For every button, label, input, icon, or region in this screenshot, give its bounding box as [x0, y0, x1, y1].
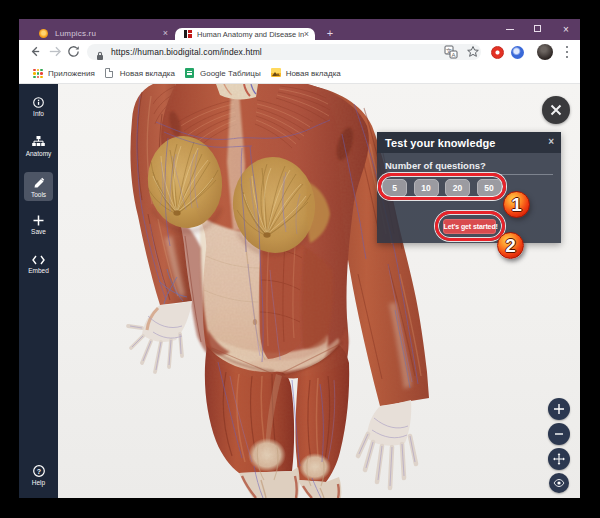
quiz-question-label: Number of questions?: [385, 160, 486, 171]
quiz-panel-header: Test your knowledge ×: [377, 132, 561, 153]
bookmark-label: Google Таблицы: [200, 69, 261, 78]
sidebar-item-help[interactable]: ? Help: [19, 465, 58, 486]
tab-close-icon[interactable]: ×: [304, 30, 309, 39]
lumpics-favicon-icon: [39, 29, 48, 38]
screenshot-stage: Lumpics.ru × Human Anatomy and Disease i…: [0, 0, 600, 518]
pan-button[interactable]: [548, 448, 570, 470]
move-icon: [553, 453, 565, 465]
anatomy-icon: [32, 136, 45, 148]
tab-close-icon[interactable]: ×: [163, 29, 168, 38]
bookmark-label: Новая вкладка: [120, 69, 175, 78]
sidebar-item-save[interactable]: Save: [19, 215, 58, 235]
window-close-button[interactable]: ×: [552, 19, 580, 40]
url-text: https://human.biodigital.com/index.html: [111, 47, 262, 57]
close-icon: [549, 103, 563, 117]
annotation-outline-2: [435, 211, 505, 241]
viewer-close-button[interactable]: [542, 96, 570, 124]
left-sidebar: Info Anatomy Tools Save Embed: [19, 84, 58, 498]
page-content: Info Anatomy Tools Save Embed: [19, 84, 580, 498]
sidebar-item-info[interactable]: Info: [19, 97, 58, 117]
svg-text:?: ?: [36, 468, 40, 475]
extension-red-icon[interactable]: [491, 46, 504, 59]
biodigital-favicon-icon: [184, 30, 192, 38]
bookmark-newtab-1[interactable]: Новая вкладка: [105, 68, 175, 78]
sidebar-item-anatomy[interactable]: Anatomy: [19, 136, 58, 157]
question-icon: ?: [33, 465, 45, 477]
annotation-badge-2: 2: [497, 232, 524, 259]
svg-text:A: A: [451, 52, 455, 58]
info-icon: [33, 97, 44, 108]
picture-icon: [271, 68, 281, 77]
tab-biodigital[interactable]: Human Anatomy and Disease in ×: [175, 28, 315, 40]
annotation-badge-1: 1: [503, 191, 530, 218]
bookmark-label: Приложения: [48, 69, 95, 78]
tab-lumpics[interactable]: Lumpics.ru ×: [30, 27, 175, 40]
tab-title: Lumpics.ru: [55, 29, 163, 38]
pencil-icon: [33, 177, 45, 189]
sheets-icon: [185, 68, 194, 78]
profile-avatar[interactable]: [537, 44, 553, 60]
extension-blue-icon[interactable]: [511, 46, 524, 59]
browser-menu-icon[interactable]: [560, 45, 574, 59]
code-icon: [32, 255, 45, 265]
lock-icon: [96, 47, 104, 57]
annotation-outline-1: [378, 173, 506, 200]
bookmarks-bar: Приложения Новая вкладка Google Таблицы …: [19, 63, 580, 84]
bookmark-apps[interactable]: Приложения: [33, 68, 95, 78]
window-minimize-button[interactable]: [496, 19, 524, 40]
sidebar-item-tools[interactable]: Tools: [19, 177, 58, 198]
browser-window: Lumpics.ru × Human Anatomy and Disease i…: [19, 19, 580, 498]
address-bar[interactable]: https://human.biodigital.com/index.html: [87, 44, 481, 60]
tab-title: Human Anatomy and Disease in: [197, 30, 304, 39]
quiz-title: Test your knowledge: [385, 137, 496, 149]
forward-icon[interactable]: [47, 44, 62, 59]
bookmark-newtab-2[interactable]: Новая вкладка: [271, 68, 341, 78]
eye-icon: [554, 479, 565, 487]
zoom-out-button[interactable]: [548, 423, 570, 445]
bookmark-sheets[interactable]: Google Таблицы: [185, 68, 261, 78]
page-icon: [105, 68, 113, 78]
window-maximize-button[interactable]: [524, 19, 552, 40]
back-icon[interactable]: [27, 44, 42, 59]
bookmark-label: Новая вкладка: [286, 69, 341, 78]
minus-icon: [555, 433, 563, 435]
apps-grid-icon: [33, 68, 43, 78]
plus-icon: [554, 404, 564, 414]
quiz-close-icon[interactable]: ×: [548, 136, 554, 147]
reload-icon[interactable]: [66, 44, 81, 59]
bookmark-star-icon[interactable]: [466, 45, 480, 59]
translate-icon[interactable]: 文A: [444, 45, 458, 59]
center-view-button[interactable]: [549, 473, 569, 493]
plus-icon: [33, 215, 44, 226]
new-tab-button[interactable]: +: [324, 27, 336, 39]
sidebar-item-embed[interactable]: Embed: [19, 255, 58, 274]
zoom-in-button[interactable]: [548, 398, 570, 420]
tab-strip: Lumpics.ru × Human Anatomy and Disease i…: [19, 19, 580, 40]
browser-toolbar: https://human.biodigital.com/index.html …: [19, 40, 580, 63]
